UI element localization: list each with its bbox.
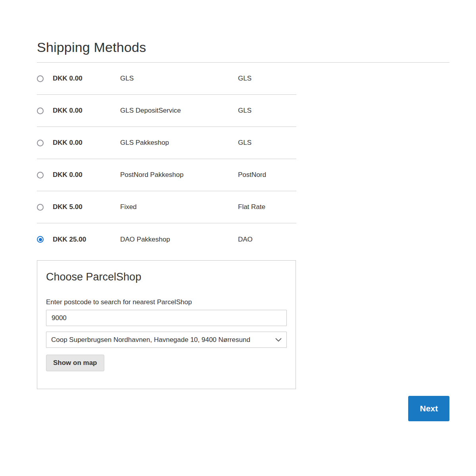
shipping-method-price: DKK 0.00 [53,139,120,147]
shipping-method-radio[interactable] [37,75,44,82]
shipping-method-title: Fixed [120,203,238,211]
shipping-method-row[interactable]: DKK 0.00 GLS DepositService GLS [37,95,296,127]
shipping-method-price: DKK 0.00 [53,107,120,115]
shipping-method-radio[interactable] [37,172,44,178]
next-button[interactable]: Next [408,396,449,421]
shipping-method-radio[interactable] [37,140,44,146]
shipping-method-row[interactable]: DKK 0.00 GLS Pakkeshop GLS [37,127,296,159]
postcode-input[interactable] [46,310,287,326]
shipping-method-title: GLS DepositService [120,107,238,115]
shipping-method-title: DAO Pakkeshop [120,236,238,244]
postcode-label: Enter postcode to search for nearest Par… [46,298,287,306]
shipping-method-carrier: GLS [238,107,296,115]
shipping-method-price: DKK 5.00 [53,203,120,211]
shipping-method-radio[interactable] [37,204,44,211]
shipping-method-row[interactable]: DKK 5.00 Fixed Flat Rate [37,191,296,223]
show-on-map-button[interactable]: Show on map [46,355,104,371]
shipping-method-carrier: GLS [238,139,296,147]
parcelshop-select[interactable]: Coop Superbrugsen Nordhavnen, Havnegade … [46,332,287,348]
choose-parcelshop-panel: Choose ParcelShop Enter postcode to sear… [37,260,296,389]
shipping-method-title: GLS [120,75,238,83]
shipping-method-carrier: PostNord [238,171,296,179]
shipping-method-radio[interactable] [37,236,44,243]
shipping-method-price: DKK 0.00 [53,171,120,179]
parcelshop-title: Choose ParcelShop [46,271,287,283]
shipping-method-title: GLS Pakkeshop [120,139,238,147]
shipping-method-row[interactable]: DKK 25.00 DAO Pakkeshop DAO [37,223,296,255]
shipping-method-carrier: DAO [238,236,296,244]
actions-row: Next [37,396,449,421]
shipping-method-title: PostNord Pakkeshop [120,171,238,179]
shipping-method-row[interactable]: DKK 0.00 GLS GLS [37,63,296,95]
shipping-method-carrier: GLS [238,75,296,83]
parcelshop-selected-option: Coop Superbrugsen Nordhavnen, Havnegade … [51,336,272,344]
shipping-method-radio[interactable] [37,107,44,114]
shipping-method-price: DKK 25.00 [53,236,120,244]
checkout-shipping-step: Shipping Methods DKK 0.00 GLS GLS DKK 0.… [37,0,449,421]
shipping-method-carrier: Flat Rate [238,203,296,211]
shipping-method-price: DKK 0.00 [53,75,120,83]
shipping-method-row[interactable]: DKK 0.00 PostNord Pakkeshop PostNord [37,159,296,191]
page-title: Shipping Methods [37,40,449,63]
shipping-methods-table: DKK 0.00 GLS GLS DKK 0.00 GLS DepositSer… [37,63,296,255]
chevron-down-icon [275,338,282,342]
